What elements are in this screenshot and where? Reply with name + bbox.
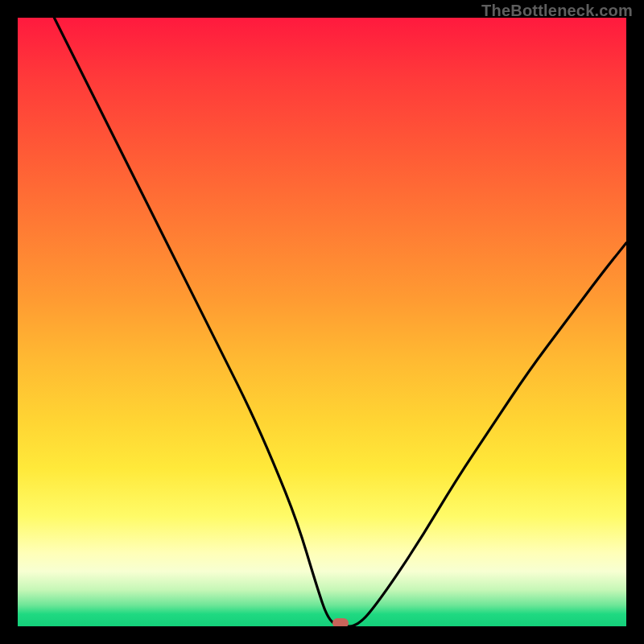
watermark-text: TheBottleneck.com (481, 2, 633, 20)
chart-frame: TheBottleneck.com (0, 0, 644, 644)
bottleneck-curve (18, 18, 626, 626)
minimum-marker (332, 618, 349, 626)
plot-area (18, 18, 626, 626)
